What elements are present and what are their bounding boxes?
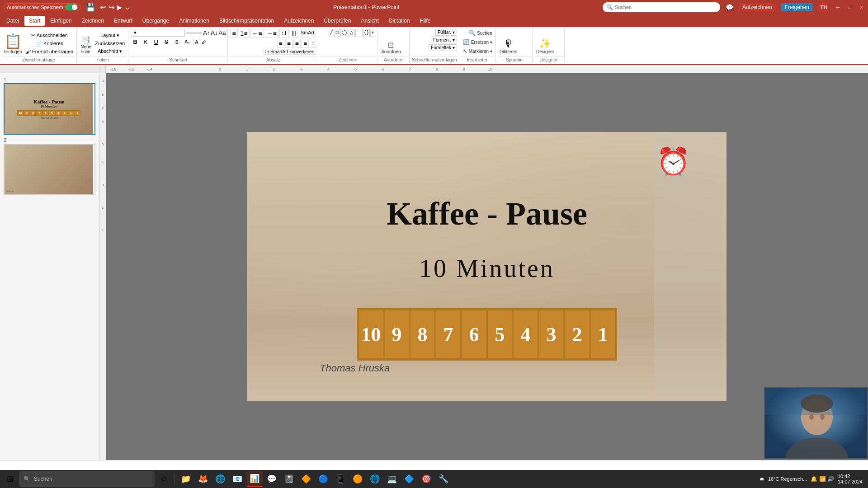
number-9[interactable]: 9 [384, 310, 410, 359]
task-view-btn[interactable]: ⧉ [156, 471, 172, 487]
indent-more[interactable]: →≡ [265, 29, 278, 38]
align-left[interactable]: ≡ [277, 39, 284, 48]
font-size-dropdown[interactable] [186, 32, 202, 34]
menu-zeichnen[interactable]: Zeichnen [77, 16, 108, 26]
number-4[interactable]: 4 [513, 310, 538, 359]
taskbar-app4[interactable]: 🟠 [349, 471, 366, 487]
search-input[interactable] [615, 5, 717, 10]
menu-einfuegen[interactable]: Einfügen [46, 16, 76, 26]
minimize-button[interactable]: ─ [835, 4, 841, 10]
redo-icon[interactable]: ↪ [108, 3, 114, 12]
shape-4[interactable]: △ [349, 29, 355, 37]
taskbar-powerpoint[interactable]: 📊 [246, 471, 263, 487]
share-label[interactable]: Freigeben [781, 3, 813, 11]
align-center[interactable]: ≡ [285, 39, 292, 48]
slide-subtitle[interactable]: 10 Minuten [247, 254, 726, 283]
taskbar-app7[interactable]: 🎯 [418, 471, 434, 487]
new-slide-button[interactable]: 📑 NeueFolie [79, 35, 93, 55]
underline-button[interactable]: U [151, 38, 160, 46]
font-color-btn[interactable]: A [193, 39, 200, 45]
slide-thumb-1[interactable]: Kaffee - Pause 10 Minuten 10 9 8 7 6 5 4… [4, 83, 95, 135]
layout-button[interactable]: Layout ▾ [94, 32, 126, 39]
close-button[interactable]: ✕ [858, 4, 864, 10]
system-tray[interactable]: 🔔 📶 🔊 [811, 476, 834, 482]
number-7[interactable]: 7 [435, 310, 461, 359]
number-8[interactable]: 8 [410, 310, 435, 359]
main-slide[interactable]: ⏰ Kaffee - Pause 10 Minuten 10 9 8 7 6 5… [247, 132, 726, 401]
number-5[interactable]: 5 [487, 310, 513, 359]
char-spacing[interactable]: Aᵥ [183, 38, 192, 46]
menu-ansicht[interactable]: Ansicht [356, 16, 383, 26]
number-3[interactable]: 3 [538, 310, 564, 359]
menu-start[interactable]: Start [24, 16, 45, 26]
paste-button[interactable]: 📋 Einfügen [3, 33, 24, 55]
replace-button[interactable]: 🔄 Ersetzen ▾ [462, 38, 494, 46]
font-size-increase[interactable]: A↑ [203, 29, 210, 36]
taskbar-edge[interactable]: 🌐 [367, 471, 383, 487]
numbering-button[interactable]: 1≡ [239, 29, 250, 38]
copy-button[interactable]: 📄 Kopieren [24, 40, 75, 47]
fill-button[interactable]: Füllfar. ▾ [435, 29, 457, 36]
taskbar-app8[interactable]: 🔧 [435, 471, 452, 487]
shape-3[interactable]: ◯ [340, 29, 348, 37]
taskbar-outlook[interactable]: 📧 [229, 471, 245, 487]
number-1[interactable]: 1 [590, 310, 616, 359]
bullets-button[interactable]: ≡ [230, 29, 237, 38]
menu-ueberpruefen[interactable]: Überprüfen [319, 16, 355, 26]
slide-title[interactable]: Kaffee - Pause [247, 195, 726, 233]
dictate-button[interactable]: 🎙 Diktieren [498, 38, 519, 55]
taskbar-teams[interactable]: 💬 [264, 471, 280, 487]
text-direction[interactable]: ↕T [279, 29, 289, 38]
reset-button[interactable]: Zurücksetzen [94, 40, 126, 47]
menu-uebergaenge[interactable]: Übergänge [138, 16, 174, 26]
shape-6[interactable]: { } [363, 29, 370, 37]
menu-datei[interactable]: Datei [2, 16, 24, 26]
columns[interactable]: ||| [290, 29, 297, 38]
record-btn[interactable]: Aufzeichnen [739, 3, 776, 11]
maximize-button[interactable]: □ [846, 4, 853, 10]
number-10[interactable]: 10 [358, 310, 384, 359]
smartart-convert[interactable]: In SmartArt konvertieren [264, 49, 316, 55]
taskbar-chrome[interactable]: 🌐 [212, 471, 228, 487]
menu-hilfe[interactable]: Hilfe [415, 16, 435, 26]
taskbar-explorer[interactable]: 📁 [178, 471, 194, 487]
slide-thumb-2[interactable]: Notizen [4, 144, 95, 195]
number-6[interactable]: 6 [461, 310, 487, 359]
arrange-button[interactable]: ⊡ Anordnen [380, 40, 402, 55]
format-button[interactable]: 🖌 Format übertragen [24, 48, 75, 55]
slide-workspace[interactable]: ⏰ Kaffee - Pause 10 Minuten 10 9 8 7 6 5… [106, 73, 868, 460]
smartart[interactable]: SmArt [299, 29, 316, 38]
taskbar-app5[interactable]: 💻 [384, 471, 400, 487]
search-bar[interactable]: 🔍 [603, 2, 720, 12]
search-button[interactable]: 🔍 Suchen [467, 29, 494, 37]
align-right[interactable]: ≡ [293, 39, 301, 48]
highlight-color-btn[interactable]: 🖊 [202, 39, 207, 45]
line-spacing[interactable]: ↕ [310, 39, 316, 48]
comment-icon[interactable]: 💬 [726, 4, 733, 11]
designer-button[interactable]: ✨ Designer [535, 38, 556, 55]
bold-button[interactable]: B [131, 38, 140, 46]
italic-button[interactable]: K [141, 38, 150, 46]
section-button[interactable]: Abschnitt ▾ [94, 47, 126, 55]
taskbar-onenote[interactable]: 📓 [281, 471, 297, 487]
taskbar-app6[interactable]: 🔷 [401, 471, 417, 487]
font-name-dropdown[interactable]: ▾ [131, 29, 185, 37]
taskbar-app2[interactable]: 🔵 [315, 471, 331, 487]
save-icon[interactable]: 💾 [85, 2, 95, 12]
share-btn[interactable]: Freigeben [781, 3, 813, 11]
windows-button[interactable]: ⊞ [2, 471, 18, 487]
taskbar-app1[interactable]: 🔶 [298, 471, 314, 487]
record-label[interactable]: Aufzeichnen [739, 3, 776, 11]
number-2[interactable]: 2 [564, 310, 590, 359]
indent-less[interactable]: ←≡ [250, 29, 264, 38]
cut-button[interactable]: ✂ Ausschneiden [24, 32, 75, 39]
menu-entwurf[interactable]: Entwurf [109, 16, 137, 26]
more-icon[interactable]: ⌄ [125, 4, 130, 11]
strikethrough-button[interactable]: S̶ [162, 38, 171, 46]
autosave-toggle[interactable]: Automatisches Speichern [4, 3, 81, 11]
autosave-switch[interactable] [65, 4, 78, 10]
shadow-button[interactable]: S [172, 38, 181, 46]
font-size-decrease[interactable]: A↓ [211, 29, 217, 36]
clear-format[interactable]: Aa [219, 29, 226, 36]
taskbar-firefox[interactable]: 🦊 [195, 471, 211, 487]
